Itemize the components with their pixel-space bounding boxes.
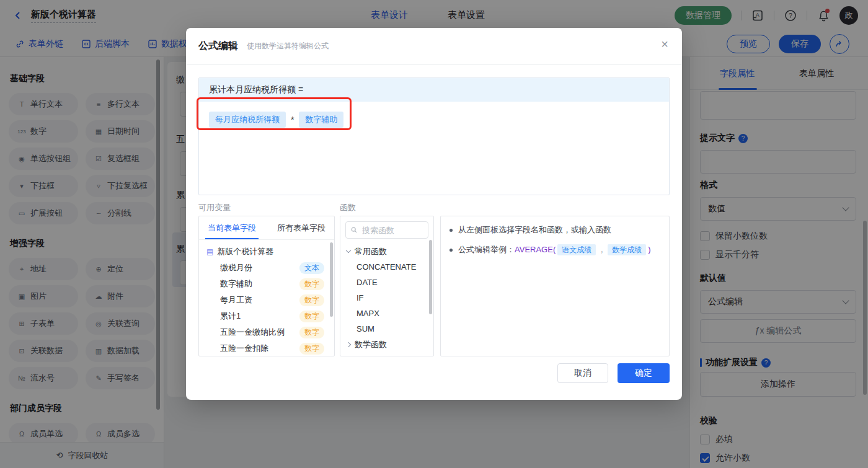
type-badge: 文本 <box>299 262 324 274</box>
formula-editor-modal: 公式编辑 使用数学运算符编辑公式 × 累计本月应纳税所得额 = 每月应纳税所得额… <box>186 28 682 400</box>
formula-field-chip[interactable]: 数字辅助 <box>299 112 343 128</box>
bullet-icon <box>450 229 453 232</box>
function-item[interactable]: MAPX <box>340 306 433 321</box>
chevron-down-icon <box>346 247 351 252</box>
function-group-common[interactable]: 常用函数 <box>340 244 433 259</box>
search-icon <box>351 226 357 234</box>
functions-heading: 函数 <box>340 202 356 213</box>
example-field-chip: 语文成绩 <box>557 244 596 255</box>
form-tree-root[interactable]: ▤ 新版个税计算器 <box>199 244 334 260</box>
modal-header: 公式编辑 使用数学运算符编辑公式 × <box>186 28 682 65</box>
tab-current-form-fields[interactable]: 当前表单字段 <box>208 223 256 234</box>
function-item[interactable]: DATE <box>340 275 433 290</box>
modal-title: 公式编辑 <box>198 40 238 53</box>
modal-subtitle: 使用数学运算符编辑公式 <box>247 41 329 51</box>
variable-row[interactable]: 缴税月份文本 <box>199 260 334 276</box>
list-scrollbar-thumb[interactable] <box>330 242 333 317</box>
variable-row[interactable]: 五险一金缴纳比例数字 <box>199 324 334 340</box>
confirm-button[interactable]: 确定 <box>618 363 670 383</box>
hints-panel: 从左侧面板选择字段名和函数，或输入函数 公式编辑举例：AVERAGE(语文成绩，… <box>440 216 670 356</box>
function-item[interactable]: SUM <box>340 321 433 337</box>
cancel-button[interactable]: 取消 <box>557 363 608 383</box>
example-field-chip: 数学成绩 <box>608 244 646 255</box>
app-window: 新版个税计算器 表单设计 表单设置 数据管理 A ? <box>0 0 868 468</box>
example-function-name: AVERAGE( <box>515 245 556 254</box>
variable-row[interactable]: 累计1数字 <box>199 308 334 324</box>
function-group-math[interactable]: 数学函数 <box>340 337 433 352</box>
function-group-text[interactable]: 文本函数 <box>340 352 433 356</box>
type-badge: 数字 <box>299 343 324 355</box>
hint-line: 从左侧面板选择字段名和函数，或输入函数 <box>450 224 660 236</box>
formula-target-field: 累计本月应纳税所得额 = <box>199 78 669 102</box>
variables-panel: 当前表单字段 所有表单字段 ▤ 新版个税计算器 缴税月份文本 数字辅助数字 每月… <box>198 216 335 356</box>
formula-field-chip[interactable]: 每月应纳税所得额 <box>209 112 286 128</box>
function-search-input[interactable] <box>361 225 423 236</box>
active-tab-underline <box>205 238 259 239</box>
chevron-right-icon <box>346 342 351 347</box>
formula-expression[interactable]: 每月应纳税所得额 * 数字辅助 <box>199 102 669 138</box>
function-item[interactable]: IF <box>340 290 433 306</box>
hint-example-line: 公式编辑举例：AVERAGE(语文成绩，数学成绩) <box>450 244 660 256</box>
variable-row[interactable]: 数字辅助数字 <box>199 276 334 292</box>
bullet-icon <box>450 249 453 252</box>
function-item[interactable]: CONCATENATE <box>340 259 433 275</box>
formula-editor-box: 累计本月应纳税所得额 = 每月应纳税所得额 * 数字辅助 <box>198 77 670 195</box>
list-scrollbar-thumb[interactable] <box>429 240 432 314</box>
type-badge: 数字 <box>299 327 324 338</box>
type-badge: 数字 <box>299 311 324 322</box>
function-search[interactable] <box>345 221 428 239</box>
form-doc-icon: ▤ <box>206 247 213 256</box>
tab-all-form-fields[interactable]: 所有表单字段 <box>277 223 326 234</box>
variables-heading: 可用变量 <box>198 202 231 213</box>
variable-row[interactable]: 每月工资数字 <box>199 292 334 308</box>
type-badge: 数字 <box>299 278 324 290</box>
multiply-operator: * <box>291 115 294 125</box>
variable-row[interactable]: 五险一金扣除数字 <box>199 340 334 356</box>
functions-panel: 常用函数 CONCATENATE DATE IF MAPX SUM 数学函数 文… <box>340 216 434 356</box>
close-icon[interactable]: × <box>661 38 668 50</box>
type-badge: 数字 <box>299 294 324 306</box>
